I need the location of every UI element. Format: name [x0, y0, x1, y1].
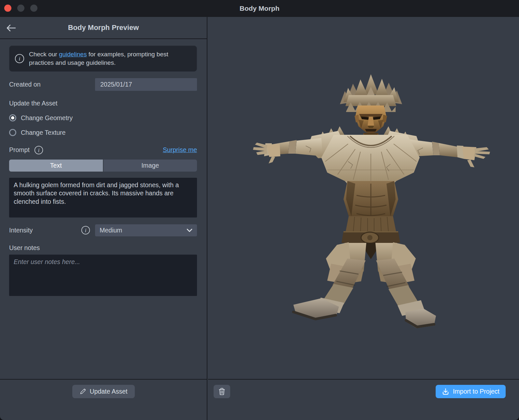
created-on-label: Created on [9, 81, 95, 88]
chevron-down-icon [187, 229, 192, 232]
radio-change-geometry-label: Change Geometry [21, 114, 73, 122]
user-notes-label: User notes [9, 244, 197, 252]
radio-change-geometry[interactable]: Change Geometry [9, 114, 197, 122]
prompt-info-icon[interactable]: i [34, 146, 43, 155]
back-arrow-icon [6, 24, 16, 32]
intensity-value: Medium [100, 227, 122, 234]
update-asset-button[interactable]: Update Asset [72, 385, 135, 398]
viewer-footer: Import to Project [208, 379, 519, 420]
settings-panel: Body Morph Preview i Check our guideline… [0, 17, 207, 420]
intensity-label: Intensity [9, 227, 81, 234]
update-asset-label: Update Asset [90, 388, 128, 395]
import-to-project-label: Import to Project [453, 388, 499, 395]
delete-asset-button[interactable] [214, 385, 230, 398]
intensity-select[interactable]: Medium [95, 224, 197, 236]
svg-text:i: i [85, 227, 87, 233]
minimize-window-button [17, 5, 24, 12]
svg-text:i: i [38, 147, 40, 153]
created-on-row: Created on [9, 78, 197, 91]
guidelines-link[interactable]: guidelines [59, 51, 87, 58]
radio-selected-icon [9, 114, 16, 121]
panel-body: i Check our guidelines for examples, pro… [0, 39, 207, 297]
update-asset-section-label: Update the Asset [9, 100, 197, 107]
banner-text: Check our guidelines for examples, promp… [29, 50, 191, 67]
model-viewport[interactable] [208, 17, 519, 420]
title-bar: Body Morph [0, 0, 519, 17]
radio-change-texture-label: Change Texture [21, 129, 65, 136]
panel-title: Body Morph Preview [68, 23, 139, 32]
surprise-me-link[interactable]: Surprise me [163, 146, 197, 154]
panel-header: Body Morph Preview [0, 17, 207, 39]
prompt-label: Prompt [9, 146, 30, 154]
app-window: Body Morph Body Morph Preview i Check ou… [0, 0, 519, 420]
created-on-input[interactable] [95, 78, 197, 91]
radio-unselected-icon [9, 129, 16, 136]
zoom-window-button [30, 5, 37, 12]
prompt-textarea[interactable]: A hulking golem formed from dirt and jag… [9, 178, 197, 217]
guidelines-banner: i Check our guidelines for examples, pro… [9, 46, 197, 72]
radio-change-texture[interactable]: Change Texture [9, 129, 197, 136]
intensity-info-icon[interactable]: i [81, 226, 90, 235]
info-icon: i [15, 54, 24, 63]
pencil-icon [79, 388, 86, 395]
golem-model [208, 17, 519, 419]
left-footer: Update Asset [0, 379, 207, 420]
prompt-mode-tabs: Text Image [9, 160, 197, 172]
banner-text-before: Check our [29, 51, 59, 58]
intensity-row: Intensity i Medium [9, 224, 197, 236]
prompt-row: Prompt i Surprise me [9, 146, 197, 155]
back-button[interactable] [5, 21, 18, 35]
close-window-button[interactable] [4, 5, 11, 12]
model-viewer-panel: Import to Project [208, 17, 519, 420]
svg-text:i: i [19, 55, 21, 62]
tab-image[interactable]: Image [103, 160, 197, 172]
window-controls [4, 5, 37, 12]
user-notes-textarea[interactable] [9, 255, 197, 296]
trash-icon [218, 387, 226, 396]
window-title: Body Morph [240, 5, 279, 12]
download-icon [442, 388, 449, 395]
tab-text[interactable]: Text [9, 160, 103, 172]
import-to-project-button[interactable]: Import to Project [436, 385, 506, 398]
